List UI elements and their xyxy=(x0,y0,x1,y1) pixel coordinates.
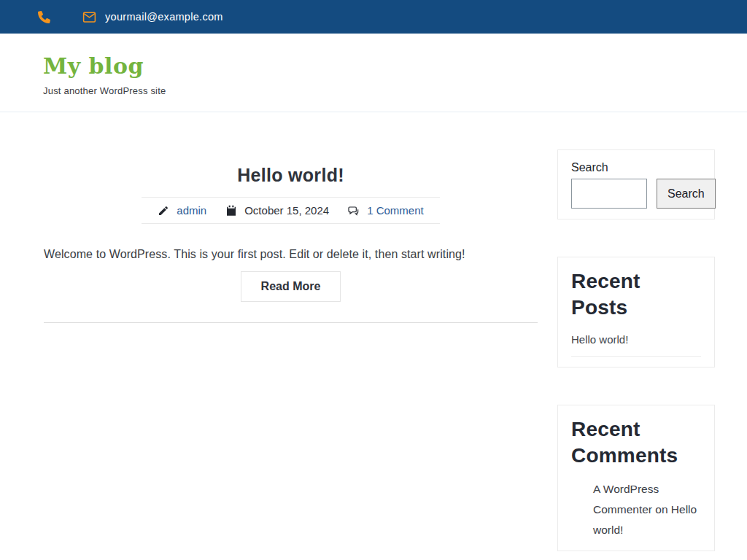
site-title[interactable]: My blog xyxy=(43,53,747,79)
envelope-icon xyxy=(82,12,96,23)
topbar-email-link[interactable]: yourmail@example.com xyxy=(105,11,223,23)
recent-posts-title: Recent Posts xyxy=(571,268,701,322)
post-meta-wrap: admin October 15, 2024 1 Comment xyxy=(44,197,538,224)
recent-post-link[interactable]: Hello world! xyxy=(571,333,701,357)
post-author-link[interactable]: admin xyxy=(177,204,206,217)
recent-comments-title: Recent Comments xyxy=(571,416,701,470)
page-content: Hello world! admin October 15, 2024 xyxy=(0,112,747,551)
read-more-button[interactable]: Read More xyxy=(241,271,341,302)
search-input[interactable] xyxy=(571,179,647,209)
post-comments-link[interactable]: 1 Comment xyxy=(367,204,424,217)
site-tagline: Just another WordPress site xyxy=(43,85,747,96)
search-row: Search xyxy=(571,179,701,209)
post-meta: admin October 15, 2024 1 Comment xyxy=(142,197,439,224)
phone-icon[interactable] xyxy=(38,11,50,23)
post-divider xyxy=(44,322,538,323)
recent-comments-widget: Recent Comments A WordPress Commenter on… xyxy=(557,405,715,551)
recent-posts-widget: Recent Posts Hello world! xyxy=(557,257,715,368)
search-widget: Search Search xyxy=(557,149,715,219)
main-column: Hello world! admin October 15, 2024 xyxy=(44,149,538,551)
recent-comment-item: A WordPress Commenter on Hello world! xyxy=(571,479,701,541)
topbar: yourmail@example.com xyxy=(0,0,747,34)
comment-connector: on xyxy=(652,503,671,516)
post-title[interactable]: Hello world! xyxy=(44,165,538,186)
search-button[interactable]: Search xyxy=(657,179,716,209)
calendar-icon xyxy=(225,205,237,217)
post-date: October 15, 2024 xyxy=(244,204,329,217)
sidebar: Search Search Recent Posts Hello world! … xyxy=(557,149,715,551)
read-more-wrap: Read More xyxy=(44,271,538,302)
search-widget-label: Search xyxy=(571,161,701,174)
site-header: My blog Just another WordPress site xyxy=(0,34,747,112)
post-excerpt: Welcome to WordPress. This is your first… xyxy=(44,248,538,261)
comments-icon xyxy=(348,205,360,217)
pencil-icon xyxy=(158,205,169,217)
post-article: Hello world! admin October 15, 2024 xyxy=(44,165,538,323)
comment-author-link[interactable]: A WordPress Commenter xyxy=(593,483,659,516)
